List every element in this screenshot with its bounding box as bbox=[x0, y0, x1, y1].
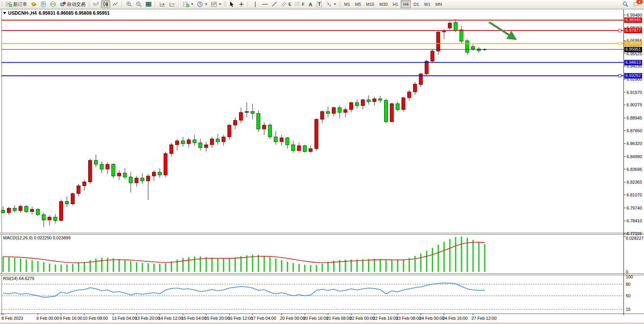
clock-icon bbox=[197, 1, 203, 7]
text-button[interactable]: A bbox=[306, 0, 315, 8]
macd-label: MACD(12,26,9) bbox=[3, 235, 32, 240]
date-axis-label: 13 Feb 20:00 bbox=[135, 316, 160, 321]
chart-shift-icon bbox=[169, 1, 175, 7]
price-axis-tick: 6.83695 bbox=[627, 167, 642, 172]
rsi-value: 64.6279 bbox=[19, 276, 34, 281]
price-axis-tick: 6.78410 bbox=[627, 218, 642, 223]
price-axis-tick: 6.88945 bbox=[627, 116, 642, 120]
chart-shift-button[interactable] bbox=[167, 0, 177, 8]
date-axis-label: 23 Feb 08:00 bbox=[396, 316, 421, 321]
rsi-label: RSI(14) bbox=[3, 276, 18, 281]
toolbar-separator bbox=[248, 1, 249, 8]
candlestick-chart-icon bbox=[102, 1, 109, 7]
report-button[interactable] bbox=[39, 0, 48, 8]
timeframe-button-mn[interactable]: MN bbox=[433, 0, 444, 8]
cursor-button[interactable] bbox=[227, 0, 236, 8]
bar-chart-button[interactable] bbox=[91, 0, 101, 8]
date-axis-label: 15 Feb 20:00 bbox=[205, 316, 230, 321]
line-chart-button[interactable] bbox=[111, 0, 120, 8]
price-line-flag: 6.95951 bbox=[624, 47, 642, 52]
date-axis-label: 16 Feb 12:00 bbox=[228, 316, 253, 321]
gold-ingot-button[interactable] bbox=[29, 0, 38, 8]
zoom-out-button[interactable] bbox=[134, 0, 143, 8]
rsi-level-label: 15 bbox=[626, 307, 630, 312]
timeframe-button-m15[interactable]: M15 bbox=[364, 0, 376, 8]
new-order-icon bbox=[6, 1, 12, 7]
channel-glyph: E bbox=[289, 2, 291, 7]
fibonacci-button[interactable]: F bbox=[293, 0, 306, 8]
equidistant-channel-icon bbox=[281, 1, 287, 7]
price-axis-tick: 6.87650 bbox=[627, 128, 642, 133]
chart-canvas[interactable] bbox=[0, 9, 644, 324]
timeframe-button-m30[interactable]: M30 bbox=[377, 0, 390, 8]
equidistant-channel-button[interactable]: E bbox=[280, 0, 293, 8]
dropdown-arrow-icon bbox=[334, 3, 336, 5]
line-chart-icon bbox=[112, 1, 118, 7]
timeframe-button-w1[interactable]: W1 bbox=[422, 0, 433, 8]
timeframe-button-m5[interactable]: M5 bbox=[353, 0, 363, 8]
trendline-button[interactable] bbox=[270, 0, 279, 8]
price-axis-tick: 6.81070 bbox=[627, 193, 642, 197]
collapse-chart-icon[interactable] bbox=[3, 12, 6, 14]
auto-scroll-icon bbox=[159, 1, 166, 7]
crosshair-icon bbox=[238, 1, 244, 7]
price-axis-tick: 6.90275 bbox=[627, 102, 642, 107]
report-icon bbox=[40, 1, 46, 7]
date-axis-label: 24 Feb 16:00 bbox=[442, 316, 468, 321]
signals-icon bbox=[50, 1, 56, 7]
price-line-flag: 6.94613 bbox=[624, 60, 642, 65]
shapes-button[interactable] bbox=[324, 0, 338, 8]
autotrading-icon bbox=[60, 1, 66, 7]
crosshair-button[interactable] bbox=[237, 0, 246, 8]
timeframe-group: M1M5M15M30H1H4D1W1MN bbox=[342, 0, 444, 8]
text-icon: A bbox=[309, 2, 312, 7]
price-line-flag: 6.98945 bbox=[624, 17, 642, 23]
date-axis-label: 21 Feb 08:00 bbox=[326, 316, 352, 321]
price-line-flag: 6.93252 bbox=[624, 73, 642, 78]
new-chart-button[interactable] bbox=[181, 0, 195, 8]
tile-windows-icon bbox=[145, 1, 152, 7]
toolbar-separator bbox=[155, 1, 156, 8]
search-icon bbox=[622, 1, 629, 7]
search-button[interactable] bbox=[621, 0, 630, 8]
toolbar-grip[interactable] bbox=[224, 1, 226, 7]
toolbar-grip[interactable] bbox=[88, 1, 90, 7]
cursor-icon bbox=[229, 1, 235, 7]
toolbar-separator bbox=[121, 1, 123, 8]
zoom-in-button[interactable] bbox=[125, 0, 134, 8]
date-axis-label: 17 Feb 04:00 bbox=[251, 316, 276, 321]
zoom-out-icon bbox=[136, 1, 142, 7]
candlestick-chart-button[interactable] bbox=[101, 0, 110, 8]
date-axis-label: 10 Feb 08:00 bbox=[83, 316, 108, 321]
auto-trading-button[interactable]: 自动交易 bbox=[58, 0, 87, 8]
horizontal-line-button[interactable] bbox=[260, 0, 270, 8]
rsi-level-label: 50 bbox=[626, 293, 630, 298]
templates-button[interactable] bbox=[209, 0, 223, 8]
timeframe-button-m1[interactable]: M1 bbox=[342, 0, 352, 8]
date-axis-label: 27 Feb 12:00 bbox=[471, 316, 497, 321]
vertical-line-button[interactable] bbox=[251, 0, 260, 8]
toolbar-grip[interactable] bbox=[339, 1, 341, 7]
date-axis-label: 13 Feb 04:00 bbox=[112, 316, 137, 321]
new-order-button[interactable]: 新订单 bbox=[4, 0, 29, 8]
date-axis-label: 22 Feb 16:00 bbox=[373, 316, 398, 321]
tile-windows-button[interactable] bbox=[144, 0, 153, 8]
timeframe-button-h1[interactable]: H1 bbox=[390, 0, 400, 8]
macd-axis-zero: 0 bbox=[626, 269, 628, 274]
price-axis-tick: 6.82365 bbox=[627, 180, 642, 184]
trend-arrow-annotation bbox=[489, 22, 514, 38]
chart-ohlc-values: 6.95931 6.96085 6.95808 6.95951 bbox=[39, 10, 110, 16]
price-axis-tick: 6.84990 bbox=[627, 154, 642, 159]
price-line-flag: 6.97877 bbox=[624, 28, 642, 33]
price-axis-tick: 6.77115 bbox=[627, 231, 642, 236]
timeframe-button-h4[interactable]: H4 bbox=[401, 0, 411, 8]
fibonacci-glyph: F bbox=[302, 2, 304, 7]
auto-scroll-button[interactable] bbox=[158, 0, 167, 8]
notifications-button[interactable]: 1 bbox=[632, 0, 641, 8]
toolbar-grip[interactable] bbox=[1, 1, 3, 7]
periodicity-button[interactable] bbox=[195, 0, 209, 8]
text-label-button[interactable]: T bbox=[315, 0, 324, 8]
new-order-label: 新订单 bbox=[13, 1, 27, 8]
timeframe-button-d1[interactable]: D1 bbox=[411, 0, 421, 8]
signals-button[interactable] bbox=[48, 0, 58, 8]
